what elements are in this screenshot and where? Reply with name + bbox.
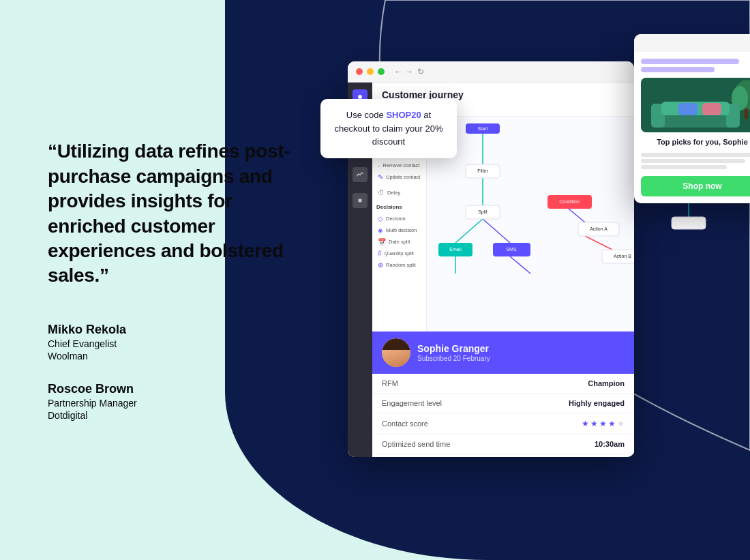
app-titlebar: ← → ↻ [348,61,634,83]
text-bar-1 [641,153,750,157]
sendtime-label: Optimized send time [382,440,450,448]
refresh-icon[interactable]: ↻ [417,67,424,76]
delay-label: Delay [387,190,400,196]
email-window: ✕ [634,34,750,203]
contact-stars: ★ ★ ★ ★ ★ [582,419,625,428]
email-bar-2 [641,67,715,72]
discount-popup: Use code SHOP20 at checkout to claim you… [320,99,457,158]
profile-info: Sophie Granger Subscribed 20 February [417,343,490,362]
update-contact-label: Update contact [386,174,420,180]
profile-name: Sophie Granger [417,343,490,354]
content-wrapper: “Utilizing data refines post-purchase ca… [0,0,750,560]
tl-green [378,68,385,75]
forward-arrow[interactable]: → [405,67,413,76]
svg-text:SMS: SMS [506,247,517,252]
author-block-2: Roscoe Brown Partnership Manager Dotdigi… [48,382,293,421]
profile-header: Sophie Granger Subscribed 20 February [372,331,634,374]
action-date-split[interactable]: 📅 Date split [376,236,422,248]
author-company-1: Woolman [48,351,293,362]
email-greeting: Top picks for you, Sophie [641,138,750,146]
author-company-2: Dotdigital [48,410,293,421]
shop-now-button[interactable]: Shop now [641,176,750,196]
profile-row-rfm: RFM Champion [372,374,634,394]
engagement-label: Engagement level [382,399,442,407]
author-name-1: Mikko Rekola [48,323,293,337]
rfm-label: RFM [382,379,398,387]
star-3: ★ [599,419,607,428]
sidebar-chart-icon[interactable] [352,167,368,182]
action-update-contact[interactable]: ✎ Update contact [376,171,422,183]
right-panel: ← → ↻ [327,0,750,560]
svg-text:Start: Start [478,126,488,131]
action-remove-contact[interactable]: - Remove contact [376,160,422,171]
authors-section: Mikko Rekola Chief Evangelist Woolman Ro… [48,323,293,421]
profile-card: Sophie Granger Subscribed 20 February RF… [372,331,634,454]
svg-text:Filter: Filter [477,168,488,173]
profile-since: Subscribed 20 February [417,355,490,362]
decisions-title: Decisions [376,204,422,210]
discount-code: SHOP20 [386,110,421,120]
svg-line-8 [510,256,530,274]
email-product-image [641,78,750,132]
email-body: Top picks for you, Sophie Shop now [634,52,750,203]
left-panel: “Utilizing data refines post-purchase ca… [0,0,327,560]
author-title-2: Partnership Manager [48,398,293,409]
flow-diagram: Start Filter Split Email SMS Condit [428,117,634,287]
remove-contact-label: Remove contact [382,162,419,168]
svg-line-10 [585,236,612,250]
profile-avatar [382,338,410,367]
star-2: ★ [590,419,598,428]
author-block-1: Mikko Rekola Chief Evangelist Woolman [48,323,293,362]
email-titlebar: ✕ [634,34,750,52]
random-split-label: Random split [386,262,416,268]
profile-row-sendtime: Optimized send time 10:30am [372,434,634,454]
avatar-hair [382,338,410,350]
email-text-bars [641,153,750,169]
profile-row-engagement: Engagement level Highly engaged [372,394,634,413]
star-1: ★ [582,419,589,428]
text-bar-2 [641,159,745,163]
action-decision[interactable]: ◇ Decision [376,213,422,224]
action-delay[interactable]: ⏱ Delay [376,187,422,198]
svg-rect-30 [745,108,748,119]
multi-decision-label: Multi decision [386,227,417,233]
date-split-label: Date split [389,239,410,245]
svg-text:Split: Split [478,209,487,215]
email-header-bars [641,59,750,72]
text-bar-3 [641,165,727,169]
tl-red [356,68,363,75]
action-random-split[interactable]: ⊕ Random split [376,259,422,271]
sendtime-value: 10:30am [595,440,625,448]
author-name-2: Roscoe Brown [48,382,293,396]
star-5: ★ [617,419,625,428]
star-4: ★ [608,419,616,428]
nav-arrows: ← → [394,67,413,76]
svg-rect-36 [702,103,721,115]
decision-label: Decision [386,216,406,222]
svg-text:Action B: Action B [614,254,631,259]
back-arrow[interactable]: ← [394,67,402,76]
action-multi-decision[interactable]: ◈ Multi decision [376,224,422,236]
svg-line-5 [455,219,483,243]
quote-text: “Utilizing data refines post-purchase ca… [48,139,293,288]
tl-yellow [367,68,374,75]
action-quantity-split[interactable]: # Quantity split [376,248,422,259]
discount-text-before: Use code [346,110,387,120]
sidebar-settings-icon[interactable] [352,193,368,208]
rfm-value: Champion [588,379,625,387]
avatar-face [382,338,410,367]
score-label: Contact score [382,419,428,428]
canvas-area: Send SMS Actions + Add contact - Remove … [372,117,634,454]
svg-text:Condition: Condition [559,199,580,204]
svg-rect-2 [359,199,362,203]
engagement-value: Highly engaged [569,399,625,407]
svg-text:Email: Email [449,247,462,252]
svg-text:Action A: Action A [590,226,608,231]
svg-rect-35 [678,103,698,115]
profile-data: RFM Champion Engagement level Highly eng… [372,374,634,454]
svg-rect-51 [672,217,706,229]
profile-row-score: Contact score ★ ★ ★ ★ ★ [372,413,634,434]
email-bar-1 [641,59,739,64]
author-title-1: Chief Evangelist [48,338,293,349]
quantity-split-label: Quantity split [385,250,414,256]
